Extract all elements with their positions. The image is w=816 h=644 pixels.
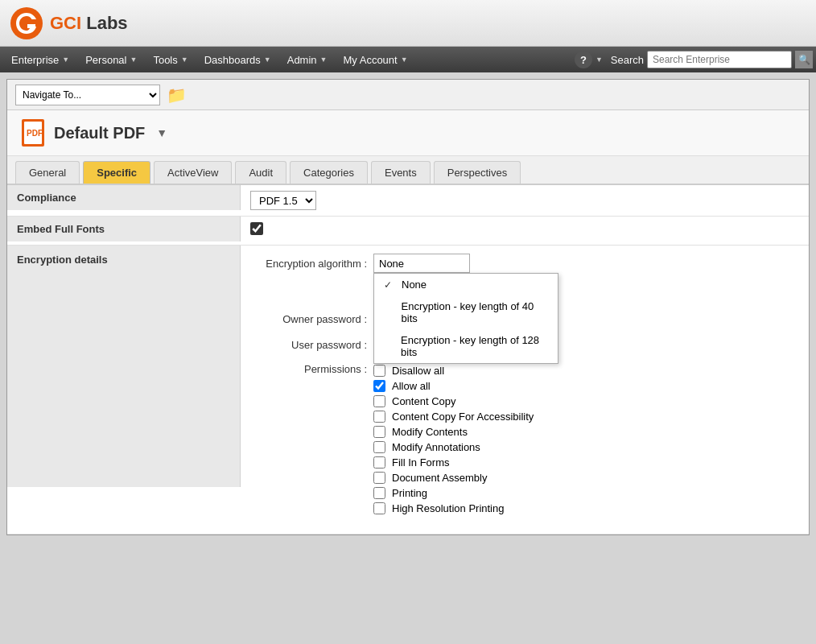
selected-algorithm: None <box>379 258 404 270</box>
user-password-label: User password : <box>250 339 367 351</box>
navigate-select[interactable]: Navigate To... <box>15 85 160 105</box>
enc-option-none[interactable]: ✓ None <box>374 274 558 295</box>
logo-container: GCI Labs <box>10 6 128 40</box>
chevron-down-icon: ▼ <box>320 56 328 64</box>
compliance-select[interactable]: PDF 1.3 PDF 1.4 PDF 1.5 PDF 1.6 <box>250 191 316 210</box>
perm-printing: Printing <box>373 487 534 499</box>
logo-gci: GCI <box>50 13 81 33</box>
search-icon[interactable]: 🔍 <box>795 51 813 68</box>
perm-modify-contents-checkbox[interactable] <box>373 426 385 438</box>
permissions-row: Permissions : Disallow all Allow all <box>250 361 534 518</box>
encryption-label: Encryption details <box>7 246 241 487</box>
encryption-algorithm-row: Encryption algorithm : None ✓ None <box>250 254 470 273</box>
content-area: Compliance PDF 1.3 PDF 1.4 PDF 1.5 PDF 1… <box>7 185 809 535</box>
embed-fonts-value <box>241 217 809 241</box>
title-dropdown-icon[interactable]: ▼ <box>156 126 167 139</box>
embed-fonts-row: Embed Full Fonts <box>7 217 809 246</box>
perm-allow-all: Allow all <box>373 380 534 392</box>
perm-high-resolution-printing-checkbox[interactable] <box>373 502 385 514</box>
logo-text: GCI Labs <box>50 13 128 34</box>
chevron-down-icon: ▼ <box>264 56 271 64</box>
svg-rect-1 <box>27 24 35 28</box>
chevron-down-icon: ▼ <box>596 56 603 64</box>
tabs: General Specific ActiveView Audit Catego… <box>7 156 809 185</box>
nav-admin[interactable]: Admin ▼ <box>279 47 336 72</box>
nav-dashboards[interactable]: Dashboards ▼ <box>196 47 279 72</box>
perm-modify-contents: Modify Contents <box>373 426 534 438</box>
chevron-down-icon: ▼ <box>130 56 137 64</box>
tab-categories[interactable]: Categories <box>290 161 368 184</box>
perm-content-copy: Content Copy <box>373 395 534 407</box>
navbar: Enterprise ▼ Personal ▼ Tools ▼ Dashboar… <box>0 47 816 72</box>
perm-disallow-all: Disallow all <box>373 365 534 377</box>
pdf-icon: PDF <box>20 118 46 147</box>
nav-enterprise[interactable]: Enterprise ▼ <box>3 47 77 72</box>
checkmark-icon: ✓ <box>384 279 395 291</box>
toolbar: Navigate To... 📁 <box>7 80 809 110</box>
owner-password-label: Owner password : <box>250 313 367 325</box>
perm-allow-all-checkbox[interactable] <box>373 380 385 392</box>
tab-general[interactable]: General <box>15 161 80 184</box>
encryption-row: Encryption details Encryption algorithm … <box>7 246 809 535</box>
tab-events[interactable]: Events <box>371 161 431 184</box>
page-title-area: PDF Default PDF ▼ <box>7 110 809 156</box>
perm-fill-in-forms: Fill In Forms <box>373 456 534 469</box>
header: GCI Labs <box>0 0 816 47</box>
perm-printing-checkbox[interactable] <box>373 487 385 499</box>
encryption-algorithm-trigger[interactable]: None <box>373 254 470 273</box>
chevron-down-icon: ▼ <box>181 56 188 64</box>
tab-audit[interactable]: Audit <box>235 161 286 184</box>
compliance-row: Compliance PDF 1.3 PDF 1.4 PDF 1.5 PDF 1… <box>7 185 809 217</box>
tab-activeview[interactable]: ActiveView <box>154 161 232 184</box>
folder-icon[interactable]: 📁 <box>167 85 187 105</box>
no-checkmark <box>384 341 394 352</box>
perm-content-copy-checkbox[interactable] <box>373 395 385 407</box>
perm-modify-annotations: Modify Annotations <box>373 441 534 453</box>
search-area: Search 🔍 <box>611 51 813 68</box>
compliance-value: PDF 1.3 PDF 1.4 PDF 1.5 PDF 1.6 <box>241 185 809 216</box>
encryption-value: Encryption algorithm : None ✓ None <box>241 246 809 534</box>
nav-personal[interactable]: Personal ▼ <box>77 47 145 72</box>
perm-disallow-all-checkbox[interactable] <box>373 365 385 377</box>
enc-option-40bit[interactable]: Encryption - key length of 40 bits <box>374 295 558 329</box>
logo-labs: Labs <box>81 13 127 33</box>
tab-specific[interactable]: Specific <box>83 161 150 184</box>
gci-logo-icon <box>10 6 43 40</box>
encryption-algorithm-dropdown: None ✓ None Encryption - key length of 4… <box>373 254 470 273</box>
no-checkmark <box>384 307 395 318</box>
page-title: Default PDF <box>54 124 145 142</box>
perm-document-assembly-checkbox[interactable] <box>373 472 385 484</box>
chevron-down-icon: ▼ <box>62 56 69 64</box>
compliance-label: Compliance <box>7 185 241 210</box>
search-input[interactable] <box>647 51 792 68</box>
embed-fonts-label: Embed Full Fonts <box>7 217 241 242</box>
perm-high-resolution-printing: High Resolution Printing <box>373 502 534 514</box>
nav-my-account[interactable]: My Account ▼ <box>336 47 416 72</box>
chevron-down-icon: ▼ <box>401 56 408 64</box>
main-wrapper: Navigate To... 📁 PDF Default PDF ▼ Gener… <box>6 79 810 535</box>
enc-algorithm-label: Encryption algorithm : <box>250 258 367 270</box>
permissions-label: Permissions : <box>250 361 367 375</box>
perm-content-copy-accessibility-checkbox[interactable] <box>373 411 385 423</box>
perm-fill-in-forms-checkbox[interactable] <box>373 456 385 469</box>
perm-document-assembly: Document Assembly <box>373 472 534 484</box>
svg-text:PDF: PDF <box>27 129 43 138</box>
embed-fonts-checkbox[interactable] <box>250 222 263 235</box>
help-button[interactable]: ? <box>575 51 592 68</box>
permissions-container: Disallow all Allow all Content Copy <box>373 365 534 518</box>
nav-help[interactable]: ? ▼ <box>567 47 611 72</box>
nav-tools[interactable]: Tools ▼ <box>145 47 196 72</box>
enc-option-128bit[interactable]: Encryption - key length of 128 bits <box>374 329 558 363</box>
tab-perspectives[interactable]: Perspectives <box>434 161 521 184</box>
search-label: Search <box>611 54 644 66</box>
perm-content-copy-accessibility: Content Copy For Accessibility <box>373 411 534 423</box>
svg-point-0 <box>10 7 43 39</box>
perm-modify-annotations-checkbox[interactable] <box>373 441 385 453</box>
encryption-algorithm-menu: ✓ None Encryption - key length of 40 bit… <box>373 273 558 364</box>
